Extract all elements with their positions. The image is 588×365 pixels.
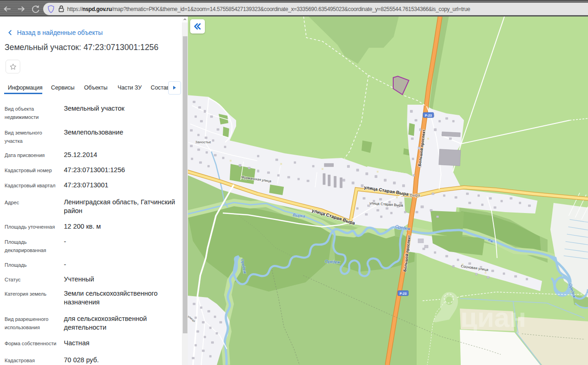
svg-text:циан: циан — [460, 302, 526, 333]
svg-text:Р-23: Р-23 — [400, 292, 407, 295]
svg-text:Р-23: Р-23 — [425, 114, 432, 117]
svg-text:Заностье: Заностье — [195, 140, 211, 144]
svg-text:Выра: Выра — [410, 193, 420, 197]
